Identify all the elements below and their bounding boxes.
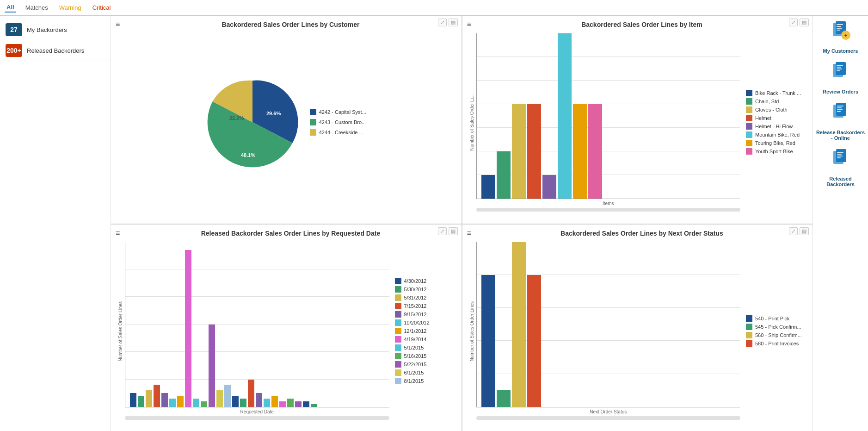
sidebar-item-released-backorders[interactable]: 200+ Released Backorders — [0, 40, 111, 61]
legend-color — [746, 98, 752, 105]
legend-label: Helmet — [755, 115, 771, 121]
legend-color — [395, 369, 401, 376]
svg-rect-13 — [837, 70, 840, 71]
legend-color — [395, 319, 401, 326]
bar-date-bar — [248, 380, 254, 407]
pie-chart-panel: ⤢ ▤ ≡ Backordered Sales Order Lines by C… — [111, 16, 462, 224]
bar-item-hamburger-icon[interactable]: ≡ — [467, 20, 471, 29]
bar-status-menu-btn[interactable]: ▤ — [800, 227, 809, 235]
nav-matches[interactable]: Matches — [24, 3, 50, 12]
bar-date-legend-item: 6/1/2015 — [395, 369, 455, 376]
legend-label: Helmet - Hi Flow — [755, 124, 793, 129]
bar-date-bar — [303, 401, 309, 407]
legend-label: 5/1/2015 — [404, 345, 424, 350]
bar-status-bars — [477, 242, 741, 407]
svg-text:+: + — [845, 33, 848, 38]
bar-status-legend: 540 - Print Pick545 - Pick Confirm...560… — [746, 242, 806, 420]
bar-date-bar — [161, 393, 168, 407]
bar-date-bar — [232, 396, 239, 407]
bar-status-y-label: Number of Sales Order Lines — [467, 242, 476, 420]
legend-color — [746, 90, 752, 96]
bar-item-legend: Bike Rack - Trunk ...Chain, StdGloves - … — [746, 33, 806, 212]
pie-expand-btn[interactable]: ⤢ — [438, 19, 447, 26]
bar-status-bar — [527, 275, 541, 407]
bar-status-expand-btn[interactable]: ⤢ — [789, 227, 798, 235]
bar-item-legend-item: Chain, Std — [746, 98, 806, 105]
nav-all[interactable]: All — [5, 3, 16, 12]
sidebar-item-my-backorders[interactable]: 27 My Backorders — [0, 19, 111, 40]
sidebar: 27 My Backorders 200+ Released Backorder… — [0, 16, 111, 431]
right-item-review-orders[interactable]: Review Orders — [823, 61, 858, 94]
bar-date-inner: 10 20 30 40 50 60 Requested Date — [125, 242, 389, 420]
legend-color — [395, 353, 401, 359]
bar-item-bar — [481, 175, 495, 199]
bar-status-legend-item: 580 - Print Invoices — [746, 340, 806, 347]
bar-status-container: Number of Sales Order Lines 2 4 6 8 10 — [467, 240, 808, 422]
bar-date-legend-item: 5/31/2012 — [395, 294, 455, 301]
legend-color — [746, 106, 752, 113]
bar-item-bar — [527, 104, 541, 199]
legend-color — [746, 115, 752, 121]
bar-date-bar — [256, 393, 262, 407]
bar-item-scrollbar[interactable] — [476, 208, 741, 212]
bar-status-hamburger-icon[interactable]: ≡ — [467, 229, 471, 237]
released-backorders-svg — [830, 148, 852, 170]
bar-date-bar — [193, 399, 199, 407]
nav-critical[interactable]: Critical — [91, 3, 113, 12]
bar-status-panel: ⤢ ▤ ≡ Backordered Sales Order Lines by N… — [462, 225, 813, 431]
legend-color — [395, 311, 401, 318]
bar-item-bar — [588, 104, 602, 199]
bar-date-legend-item: 12/1/2012 — [395, 328, 455, 334]
legend-color — [395, 303, 401, 309]
bar-date-hamburger-icon[interactable]: ≡ — [116, 229, 120, 237]
svg-rect-25 — [837, 157, 841, 158]
bar-item-legend-item: Helmet — [746, 115, 806, 121]
bar-item-expand-btn[interactable]: ⤢ — [789, 19, 798, 26]
right-item-my-customers[interactable]: + My Customers — [823, 20, 858, 54]
pie-chart-title: Backordered Sales Order Lines by Custome… — [124, 21, 456, 28]
pie-legend-item-2: 4243 - Custom Bro... — [310, 119, 366, 125]
legend-label: 4/30/2012 — [404, 278, 427, 284]
pie-legend: 4242 - Capital Syst... 4243 - Custom Bro… — [310, 109, 366, 136]
bar-date-scrollbar[interactable] — [125, 416, 389, 420]
svg-rect-3 — [837, 26, 841, 27]
legend-color — [395, 361, 401, 368]
nav-warning[interactable]: Warning — [57, 3, 83, 12]
legend-color — [746, 140, 752, 146]
legend-label: 5/22/2015 — [404, 362, 427, 367]
pie-legend-label-1: 4242 - Capital Syst... — [319, 109, 366, 115]
legend-color — [746, 340, 752, 347]
right-item-released-backorders[interactable]: Released Backorders — [815, 148, 866, 187]
legend-color — [746, 324, 752, 330]
legend-label: 12/1/2012 — [404, 328, 427, 334]
legend-color — [746, 123, 752, 130]
bar-item-bars — [477, 33, 741, 199]
legend-color — [395, 344, 401, 351]
pie-hamburger-icon[interactable]: ≡ — [116, 20, 120, 29]
bar-status-plot: 2 4 6 8 10 — [476, 242, 741, 408]
legend-color — [395, 294, 401, 301]
bar-date-bars — [125, 242, 389, 407]
main-layout: 27 My Backorders 200+ Released Backorder… — [0, 16, 868, 431]
bar-date-menu-btn[interactable]: ▤ — [449, 227, 458, 235]
bar-item-legend-item: Mountain Bike, Red — [746, 131, 806, 138]
right-label-released-backorders: Released Backorders — [815, 176, 866, 187]
pie-menu-btn[interactable]: ▤ — [449, 19, 458, 26]
legend-color — [395, 286, 401, 293]
bar-status-scrollbar[interactable] — [476, 416, 741, 420]
pie-svg-wrapper: 29.6% 48.1% 22.2% — [206, 76, 299, 169]
bar-item-bar — [573, 104, 587, 199]
svg-rect-17 — [837, 107, 842, 108]
pie-chart-header: ≡ Backordered Sales Order Lines by Custo… — [116, 20, 457, 29]
svg-rect-2 — [837, 24, 843, 25]
legend-color — [395, 336, 401, 343]
bar-date-y-label: Number of Sales Order Lines — [116, 242, 125, 420]
bar-item-container: Number of Sales Order Li... 1 2 3 4 5 6 … — [467, 31, 808, 213]
bar-item-menu-btn[interactable]: ▤ — [800, 19, 809, 26]
right-item-release-backorders[interactable]: Release Backorders - Online — [815, 102, 866, 141]
bar-date-expand-btn[interactable]: ⤢ — [438, 227, 447, 235]
bar-item-legend-item: Bike Rack - Trunk ... — [746, 90, 806, 96]
legend-label: 545 - Pick Confirm... — [755, 324, 801, 330]
bar-item-bar — [512, 104, 526, 199]
bar-date-bar — [271, 396, 278, 407]
